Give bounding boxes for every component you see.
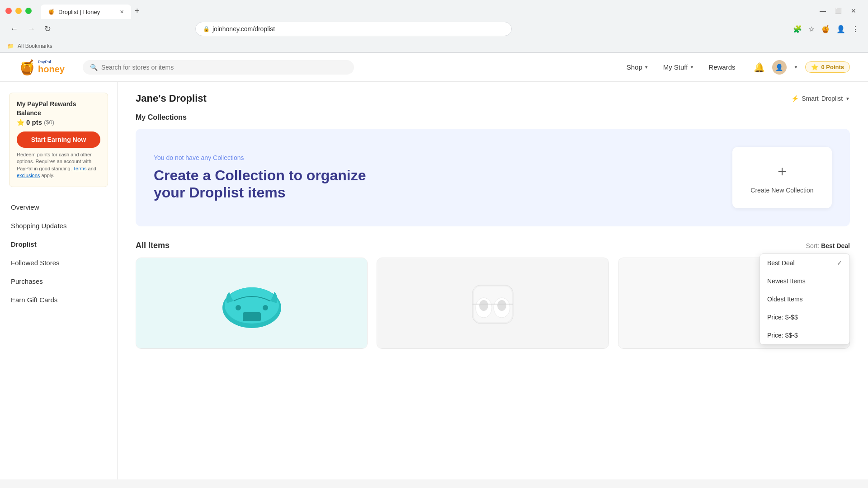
browser-actions: 🧩 ☆ 🍯 👤 ⋮ — [791, 23, 861, 35]
empty-subtitle: You do not have any Collections — [154, 154, 732, 161]
logo[interactable]: 🍯 PayPal honey — [18, 59, 65, 76]
logo-paypal: PayPal — [38, 60, 65, 64]
sort-dropdown: Best Deal ✓ Newest Items Oldest Items Pr… — [760, 253, 850, 345]
back-button[interactable]: ← — [7, 23, 21, 36]
pts-amount: 0 pts — [26, 118, 42, 126]
minimize-button[interactable] — [15, 8, 22, 14]
empty-collections-banner: You do not have any Collections Create a… — [136, 129, 850, 226]
plus-icon: ＋ — [747, 161, 817, 181]
forward-button[interactable]: → — [24, 23, 38, 36]
search-icon: 🔍 — [90, 64, 98, 71]
app: 🍯 PayPal honey 🔍 Shop ▼ My Stuff ▼ Rewar… — [0, 53, 868, 479]
item-earbuds-image — [457, 272, 529, 335]
rewards-points-display: ⭐ 0 pts ($0) — [17, 118, 100, 126]
sort-option-label: Price: $-$$ — [767, 314, 798, 321]
search-input[interactable] — [101, 64, 347, 71]
sort-option-label: Best Deal — [767, 259, 795, 267]
item-bag-image — [216, 274, 288, 333]
restore-window-button[interactable]: ⬜ — [832, 6, 844, 16]
nav-my-stuff[interactable]: My Stuff ▼ — [663, 63, 694, 71]
smart-droplist-toggle[interactable]: ⚡ Smart Droplist ▼ — [791, 95, 850, 102]
exclusions-link[interactable]: exclusions — [17, 173, 40, 178]
app-header: 🍯 PayPal honey 🔍 Shop ▼ My Stuff ▼ Rewar… — [0, 53, 868, 82]
sidebar-item-overview[interactable]: Overview — [4, 198, 113, 216]
nav-rewards[interactable]: Rewards — [708, 63, 735, 71]
sidebar-item-followed-stores[interactable]: Followed Stores — [4, 253, 113, 272]
close-window-button[interactable]: ✕ — [848, 5, 859, 16]
sort-trigger[interactable]: Sort: Best Deal — [806, 242, 850, 249]
sidebar: My PayPal Rewards Balance ⭐ 0 pts ($0) S… — [0, 82, 118, 479]
sort-option-label: Oldest Items — [767, 296, 803, 303]
svg-point-8 — [479, 300, 488, 311]
avatar-icon: 👤 — [775, 64, 783, 71]
logo-icon: 🍯 — [18, 59, 36, 76]
tab-title: Droplist | Honey — [58, 9, 100, 15]
star-button[interactable]: ☆ — [807, 23, 816, 35]
refresh-button[interactable]: ↻ — [42, 22, 54, 36]
close-button[interactable] — [5, 8, 12, 14]
collections-title: My Collections — [136, 113, 850, 122]
active-tab[interactable]: 🍯 Droplist | Honey ✕ — [41, 5, 131, 19]
smart-icon: ⚡ — [791, 95, 799, 102]
honey-extension-button[interactable]: 🍯 — [819, 23, 832, 35]
item-card-2[interactable] — [377, 258, 609, 349]
terms-link[interactable]: Terms — [73, 166, 87, 171]
header-actions: 🔔 👤 ▼ ⭐ 0 Points — [754, 60, 850, 75]
address-text: joinhoney.com/droplist — [212, 25, 275, 33]
sidebar-item-purchases[interactable]: Purchases — [4, 272, 113, 291]
titlebar: 🍯 Droplist | Honey ✕ + — ⬜ ✕ — [0, 0, 868, 18]
droplist-title: Jane's Droplist — [136, 93, 207, 104]
bookmarks-label[interactable]: All Bookmarks — [18, 43, 52, 49]
sort-option-price-high[interactable]: Price: $$-$ — [760, 326, 849, 344]
rewards-title: My PayPal Rewards — [17, 100, 100, 108]
sort-option-newest[interactable]: Newest Items — [760, 272, 849, 290]
tab-close-button[interactable]: ✕ — [120, 9, 124, 15]
bookmarks-bar: 📁 All Bookmarks — [0, 40, 868, 52]
start-earning-button[interactable]: Start Earning Now — [17, 131, 100, 148]
bookmarks-icon: 📁 — [7, 43, 14, 49]
create-collection-label: Create New Collection — [747, 187, 817, 194]
browser-chrome: 🍯 Droplist | Honey ✕ + — ⬜ ✕ ← → ↻ 🔒 joi… — [0, 0, 868, 53]
user-avatar[interactable]: 👤 — [772, 60, 787, 75]
shop-arrow-icon: ▼ — [644, 65, 649, 70]
points-badge[interactable]: ⭐ 0 Points — [805, 61, 850, 73]
sidebar-navigation: Overview Shopping Updates Droplist Follo… — [0, 198, 117, 309]
all-items-section: All Items Sort: Best Deal Best Deal ✓ Ne… — [136, 241, 850, 349]
svg-point-4 — [263, 305, 268, 310]
sidebar-item-shopping-updates[interactable]: Shopping Updates — [4, 216, 113, 235]
svg-point-10 — [497, 300, 506, 311]
new-tab-button[interactable]: + — [131, 5, 143, 18]
notification-bell-icon[interactable]: 🔔 — [754, 62, 765, 73]
rewards-subtitle: Balance — [17, 109, 100, 117]
items-grid — [136, 258, 850, 349]
maximize-button[interactable] — [25, 8, 32, 14]
points-label: 0 Points — [821, 64, 844, 70]
menu-button[interactable]: ⋮ — [850, 23, 861, 35]
sort-option-best-deal[interactable]: Best Deal ✓ — [760, 254, 849, 272]
sort-label: Sort: — [806, 242, 820, 249]
search-bar[interactable]: 🔍 — [83, 60, 354, 75]
sort-option-oldest[interactable]: Oldest Items — [760, 290, 849, 308]
sidebar-item-droplist[interactable]: Droplist — [4, 235, 113, 253]
sort-option-label: Newest Items — [767, 277, 806, 285]
lock-icon: 🔒 — [203, 26, 210, 32]
droplist-label: Droplist — [821, 95, 843, 102]
profile-button[interactable]: 👤 — [835, 23, 847, 35]
sort-option-label: Price: $$-$ — [767, 332, 798, 339]
extensions-button[interactable]: 🧩 — [791, 23, 804, 35]
sidebar-item-earn-gift-cards[interactable]: Earn Gift Cards — [4, 291, 113, 309]
item-card-1[interactable] — [136, 258, 368, 349]
smart-dropdown-icon: ▼ — [845, 96, 850, 101]
all-items-header: All Items Sort: Best Deal Best Deal ✓ Ne… — [136, 241, 850, 250]
svg-rect-2 — [243, 312, 261, 321]
avatar-arrow-icon: ▼ — [794, 65, 798, 70]
sort-option-price-low[interactable]: Price: $-$$ — [760, 308, 849, 326]
rewards-card: My PayPal Rewards Balance ⭐ 0 pts ($0) S… — [9, 93, 108, 187]
create-collection-card[interactable]: ＋ Create New Collection — [732, 147, 832, 208]
minimize-window-button[interactable]: — — [817, 5, 829, 16]
nav-shop[interactable]: Shop ▼ — [627, 63, 649, 71]
droplist-header: Jane's Droplist ⚡ Smart Droplist ▼ — [136, 93, 850, 104]
tab-favicon: 🍯 — [48, 9, 55, 15]
address-bar[interactable]: 🔒 joinhoney.com/droplist — [195, 22, 512, 36]
all-items-title: All Items — [136, 241, 170, 250]
